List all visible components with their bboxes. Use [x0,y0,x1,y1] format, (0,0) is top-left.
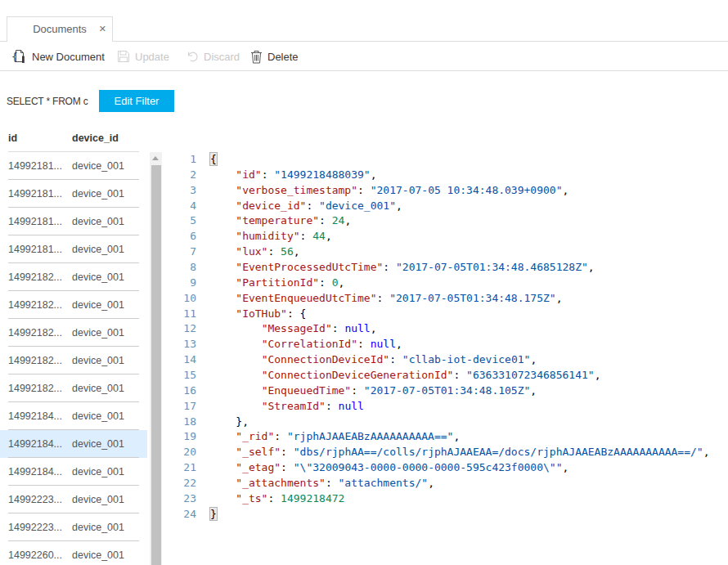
editor-line-10: 10 "EventEnqueuedUtcTime": "2017-07-05T0… [182,291,710,307]
document-row-10[interactable]: 14992184...device_001 [0,402,147,430]
line-number: 14 [182,352,196,368]
editor-line-3: 3 "verbose_timestamp": "2017-07-05 10:34… [182,183,710,199]
document-row-6[interactable]: 14992182...device_001 [0,291,147,319]
line-number: 12 [182,321,196,337]
list-scrollbar[interactable] [150,152,162,565]
cell-device-id: device_001 [72,347,124,374]
discard-label: Discard [204,51,240,63]
document-row-14[interactable]: 14992223...device_001 [0,513,147,541]
new-document-label: New Document [32,51,105,63]
document-row-13[interactable]: 14992223...device_001 [0,486,147,513]
line-number: 1 [182,152,196,168]
line-number: 22 [182,476,196,491]
new-document-button[interactable]: {New Document [11,47,105,65]
delete-label: Delete [267,51,299,63]
cell-id: 14992181... [8,180,62,208]
cell-device-id: device_001 [72,180,124,208]
editor-line-15: 15 "ConnectionDeviceGenerationId": "6363… [182,368,710,383]
line-number: 20 [182,445,196,460]
cell-id: 14992223... [8,513,62,541]
line-number: 18 [182,415,196,430]
editor-line-7: 7 "lux": 56, [182,244,710,260]
cell-id: 14992260... [8,541,62,565]
cell-device-id: device_001 [72,430,124,458]
document-row-3[interactable]: 14992181...device_001 [0,208,147,235]
editor-line-23: 23 "_ts": 1499218472 [182,491,710,507]
column-header-id: id [8,132,17,144]
line-number: 21 [182,460,196,476]
discard-button: Discard [186,47,240,65]
cell-id: 14992182... [8,374,62,402]
cell-id: 14992181... [8,208,62,235]
edit-filter-button[interactable]: Edit Filter [99,90,174,112]
cell-id: 14992182... [8,319,62,347]
line-number: 9 [182,276,196,291]
line-number: 6 [182,229,196,244]
cell-device-id: device_001 [72,319,124,347]
cell-device-id: device_001 [72,208,124,235]
editor-line-21: 21 "_etag": "\"32009043-0000-0000-0000-5… [182,460,710,476]
filter-query-text: SELECT * FROM c [7,96,88,107]
document-row-11-selected[interactable]: 14992184...device_001 [0,430,147,458]
scrollbar-up-arrow-icon[interactable] [150,152,160,165]
document-row-1[interactable]: 14992181...device_001 [0,152,147,180]
cell-device-id: device_001 [72,486,124,513]
document-row-12[interactable]: 14992184...device_001 [0,458,147,486]
cell-id: 14992182... [8,263,62,291]
trash-icon [250,50,263,64]
document-row-9[interactable]: 14992182...device_001 [0,374,147,402]
cell-device-id: device_001 [72,152,124,180]
cell-device-id: device_001 [72,263,124,291]
document-row-2[interactable]: 14992181...device_001 [0,180,147,208]
editor-line-14: 14 "ConnectionDeviceId": "cllab-iot-devi… [182,352,710,368]
document-row-5[interactable]: 14992182...device_001 [0,263,147,291]
editor-line-19: 19 "_rid": "rjphAJAAEABzAAAAAAAAAA==", [182,429,710,445]
editor-line-17: 17 "StreamId": null [182,399,710,415]
editor-line-5: 5 "temperature": 24, [182,213,710,229]
save-icon [117,50,130,63]
editor-line-6: 6 "humidity": 44, [182,229,710,244]
editor-line-18: 18 }, [182,415,710,430]
line-number: 10 [182,291,196,307]
line-number: 2 [182,168,196,183]
new-document-icon: { [11,49,27,64]
cell-id: 14992181... [8,152,62,180]
cell-device-id: device_001 [72,458,124,486]
line-number: 17 [182,399,196,415]
update-label: Update [135,51,169,63]
cell-device-id: device_001 [72,513,124,541]
scrollbar-thumb[interactable] [151,165,161,565]
toolbar-divider [0,70,728,71]
editor-line-20: 20 "_self": "dbs/rjphAA==/colls/rjphAJAA… [182,445,710,460]
cell-id: 14992182... [8,347,62,374]
delete-button[interactable]: Delete [250,47,299,65]
cell-device-id: device_001 [72,374,124,402]
tab-close-icon[interactable]: ✕ [99,17,106,41]
cell-id: 14992184... [8,430,62,458]
document-row-15[interactable]: 14992260...device_001 [0,541,147,565]
document-row-7[interactable]: 14992182...device_001 [0,319,147,347]
undo-icon [186,50,199,63]
editor-line-8: 8 "EventProcessedUtcTime": "2017-07-05T0… [182,260,710,276]
line-number: 3 [182,183,196,199]
json-editor[interactable]: 1{2 "id": "1499218488039",3 "verbose_tim… [182,152,710,522]
line-number: 23 [182,491,196,507]
line-number: 13 [182,337,196,352]
cell-id: 14992181... [8,235,62,263]
line-number: 24 [182,507,196,522]
line-number: 15 [182,368,196,383]
cell-device-id: device_001 [72,541,124,565]
document-row-8[interactable]: 14992182...device_001 [0,347,147,374]
line-number: 11 [182,307,196,322]
line-number: 5 [182,213,196,229]
line-number: 19 [182,429,196,445]
cell-device-id: device_001 [72,402,124,430]
editor-line-2: 2 "id": "1499218488039", [182,168,710,183]
tab-documents[interactable]: Documents ✕ [7,16,113,42]
editor-line-13: 13 "CorrelationId": null, [182,337,710,352]
document-row-4[interactable]: 14992181...device_001 [0,235,147,263]
editor-line-11: 11 "IoTHub": { [182,307,710,322]
cell-device-id: device_001 [72,291,124,319]
editor-line-1: 1{ [182,152,710,168]
cell-id: 14992184... [8,402,62,430]
